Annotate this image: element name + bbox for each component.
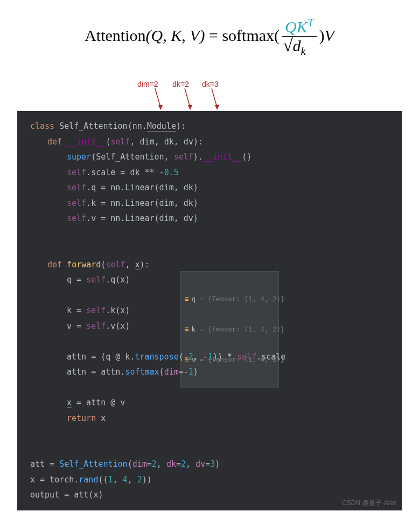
- code-line: self.k = nn.Linear(dim, dk): [17, 196, 402, 211]
- code-line: v = self.v(x): [17, 319, 402, 334]
- formula-tail: V: [324, 26, 334, 44]
- code-line: attn = attn.softmax(dim=-1): [17, 364, 402, 380]
- arrow-icon: [152, 88, 169, 110]
- formula-lhs-fn: Attention: [85, 26, 145, 44]
- code-line: att = Self_Attention(dim=2, dk=2, dv=3): [17, 457, 402, 472]
- code-editor: class Self_Attention(nn.Module): def __i…: [17, 111, 402, 510]
- code-line: x = attn @ v: [17, 395, 402, 411]
- code-blank: [17, 426, 402, 441]
- code-line: self.q = nn.Linear(dim, dk): [17, 180, 402, 196]
- anno-dv: dk=3: [202, 80, 219, 88]
- code-line: q = self.q(x) ≡q = {Tensor: (1, 4, 2)} ≡…: [17, 272, 402, 303]
- code-line: self.v = nn.Linear(dim, dv): [17, 211, 402, 226]
- code-line: def forward(self, x):: [17, 257, 402, 273]
- svg-marker-5: [215, 105, 219, 110]
- anno-dk: dk=2: [172, 80, 189, 88]
- code-line: return x: [17, 411, 402, 426]
- svg-marker-3: [188, 105, 192, 110]
- arrow-icon: [182, 88, 198, 110]
- code-line: self.scale = dk ** -0.5: [17, 165, 402, 181]
- code-line: class Self_Attention(nn.Module):: [17, 119, 402, 134]
- annotation-row: dim=2 dk=2 dk=3: [0, 80, 419, 111]
- code-line: k = self.k(x): [17, 303, 402, 319]
- code-blank: [17, 334, 402, 349]
- formula-eq: =: [205, 26, 222, 44]
- svg-line-4: [212, 88, 217, 107]
- code-line: def __init__(self, dim, dk, dv):: [17, 134, 402, 150]
- code-blank: [17, 226, 402, 242]
- watermark: CSDN @量子-Alex: [342, 497, 396, 509]
- code-blank: [17, 241, 402, 257]
- code-blank: [17, 441, 402, 457]
- formula-fraction: QKT dk: [282, 16, 317, 58]
- svg-marker-1: [158, 105, 163, 110]
- formula-lhs-args: (Q, K, V): [146, 26, 205, 44]
- code-line: attn = (q @ k.transpose(-2, -1)) * self.…: [17, 349, 402, 365]
- list-icon: ≡: [185, 295, 189, 303]
- code-line: x = torch.rand((1, 4, 2)): [17, 472, 402, 488]
- svg-line-2: [185, 88, 190, 107]
- code-blank: [17, 380, 402, 396]
- attention-formula: Attention(Q, K, V) = softmax( QKT dk )V: [0, 0, 419, 64]
- formula-rhs-fn: softmax: [222, 26, 274, 44]
- svg-line-0: [155, 88, 160, 107]
- code-line: super(Self_Attention, self).__init__(): [17, 149, 402, 165]
- arrow-icon: [209, 88, 225, 110]
- anno-dim: dim=2: [137, 80, 158, 88]
